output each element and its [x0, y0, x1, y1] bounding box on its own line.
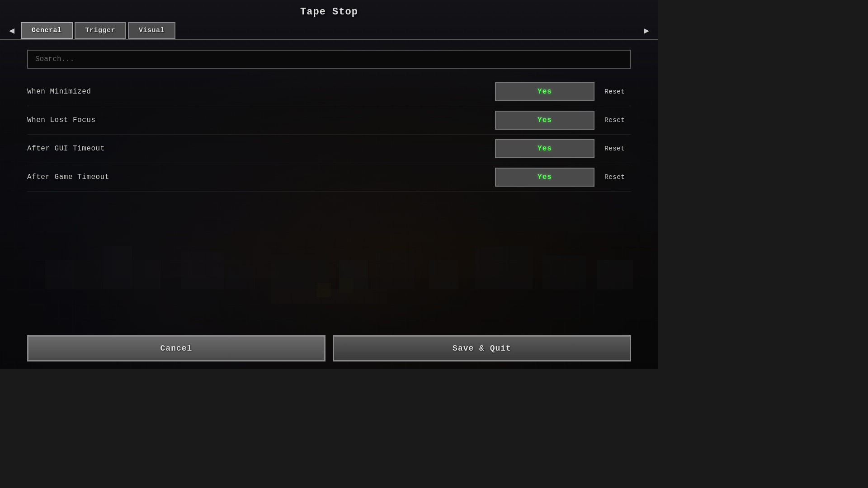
content-area: When Minimized Yes Reset When Lost Focus…	[0, 42, 658, 199]
setting-controls-when-lost-focus: Yes Reset	[495, 111, 631, 130]
tab-visual[interactable]: Visual	[128, 22, 175, 39]
search-container	[27, 50, 631, 69]
setting-controls-after-game-timeout: Yes Reset	[495, 168, 631, 187]
setting-label-after-gui-timeout: After GUI Timeout	[27, 145, 105, 153]
tab-trigger[interactable]: Trigger	[75, 22, 127, 39]
reset-button-when-lost-focus[interactable]: Reset	[598, 112, 631, 129]
setting-row-when-minimized: When Minimized Yes Reset	[27, 78, 631, 106]
reset-button-after-gui-timeout[interactable]: Reset	[598, 141, 631, 157]
setting-row-after-game-timeout: After Game Timeout Yes Reset	[27, 163, 631, 192]
yes-button-when-lost-focus[interactable]: Yes	[495, 111, 594, 130]
search-input[interactable]	[27, 50, 631, 69]
ui-overlay: Tape Stop ◀ General Trigger Visual ▶ Whe…	[0, 0, 658, 369]
reset-button-after-game-timeout[interactable]: Reset	[598, 169, 631, 186]
title-bar: Tape Stop	[0, 0, 658, 22]
setting-row-after-gui-timeout: After GUI Timeout Yes Reset	[27, 135, 631, 163]
yes-button-after-gui-timeout[interactable]: Yes	[495, 139, 594, 158]
save-quit-button[interactable]: Save & Quit	[333, 335, 631, 361]
setting-label-when-minimized: When Minimized	[27, 88, 91, 96]
setting-label-when-lost-focus: When Lost Focus	[27, 116, 96, 124]
setting-controls-after-gui-timeout: Yes Reset	[495, 139, 631, 158]
setting-controls-when-minimized: Yes Reset	[495, 82, 631, 101]
yes-button-after-game-timeout[interactable]: Yes	[495, 168, 594, 187]
tab-general[interactable]: General	[21, 22, 73, 39]
cancel-button[interactable]: Cancel	[27, 335, 326, 361]
yes-button-when-minimized[interactable]: Yes	[495, 82, 594, 101]
nav-right-arrow[interactable]: ▶	[639, 22, 654, 39]
nav-row: ◀ General Trigger Visual ▶	[0, 22, 658, 40]
nav-left-arrow[interactable]: ◀	[5, 22, 19, 39]
reset-button-when-minimized[interactable]: Reset	[598, 84, 631, 100]
setting-label-after-game-timeout: After Game Timeout	[27, 173, 109, 181]
setting-row-when-lost-focus: When Lost Focus Yes Reset	[27, 106, 631, 135]
page-title: Tape Stop	[300, 6, 358, 18]
bottom-bar: Cancel Save & Quit	[0, 328, 658, 369]
